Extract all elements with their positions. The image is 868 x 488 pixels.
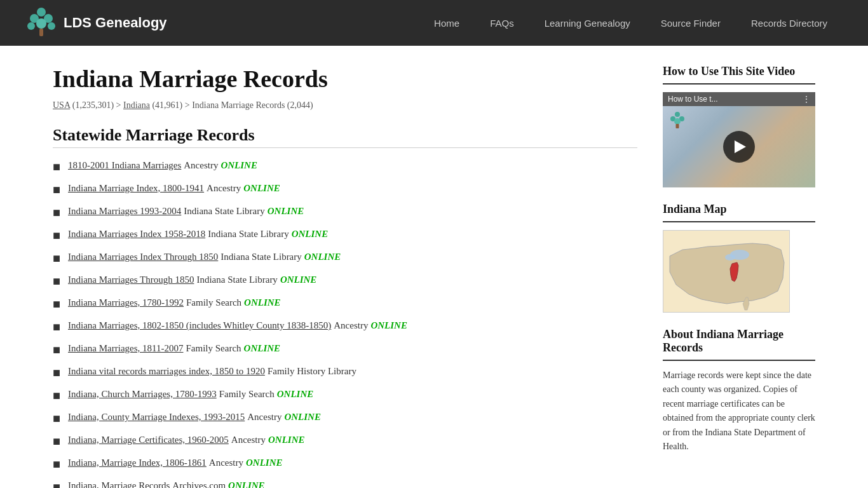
play-triangle-icon [735,140,746,153]
list-item: ■Indiana, Marriage Index, 1806-1861 Ance… [53,456,637,472]
record-link[interactable]: 1810-2001 Indiana Marriages [68,158,181,173]
record-source: Family Search [186,341,241,356]
list-bullet-icon: ■ [53,410,65,426]
list-bullet-icon: ■ [53,318,65,335]
nav-faqs[interactable]: FAQs [475,0,529,46]
record-source: Indiana State Library [184,204,264,219]
online-badge: ONLINE [228,478,265,488]
record-source: Indiana State Library [196,273,277,287]
list-bullet-icon: ■ [53,158,65,175]
list-item: ■Indiana Marriages Index Through 1850 In… [53,250,637,266]
svg-point-10 [674,118,681,125]
online-badge: ONLINE [280,273,317,287]
about-section-title: About Indiana Marriage Records [663,328,815,355]
online-badge: ONLINE [220,158,257,173]
section-title: Statewide Marriage Records [53,126,637,148]
record-link[interactable]: Indiana Marriages Index Through 1850 [68,250,218,264]
online-badge: ONLINE [284,410,321,424]
map-divider [663,221,815,222]
main-nav: Home FAQs Learning Genealogy Source Find… [419,0,843,46]
page-wrapper: Indiana Marriage Records USA (1,235,301)… [27,46,841,488]
about-section: Marriage records were kept since the dat… [663,369,815,454]
nav-records-directory[interactable]: Records Directory [736,0,843,46]
breadcrumb-usa-count: (1,235,301) [72,100,114,110]
online-badge: ONLINE [244,295,281,310]
record-link[interactable]: Indiana, Church Marriages, 1780-1993 [68,387,217,402]
record-link[interactable]: Indiana Marriages 1993-2004 [68,204,181,219]
logo-text: LDS Genealogy [64,15,167,31]
list-item: ■1810-2001 Indiana Marriages Ancestry ON… [53,158,637,175]
record-link[interactable]: Indiana Marriages, 1780-1992 [68,295,184,310]
list-bullet-icon: ■ [53,250,65,266]
breadcrumb-indiana[interactable]: Indiana [123,100,150,110]
list-item: ■Indiana Marriage Index, 1800-1941 Ances… [53,181,637,198]
record-source: Ancestry [247,410,281,424]
list-item: ■Indiana Marriages 1993-2004 Indiana Sta… [53,204,637,220]
online-badge: ONLINE [370,318,407,333]
video-bg [663,106,815,187]
record-link[interactable]: Indiana vital records marriages index, 1… [68,364,265,379]
list-item: ■Indiana, Marriage Records Archives.com … [53,478,637,488]
svg-point-3 [27,22,35,30]
map-section-title: Indiana Map [663,203,815,216]
record-link[interactable]: Indiana, Marriage Certificates, 1960-200… [68,433,229,447]
record-source: Indiana State Library [208,227,288,241]
breadcrumb-usa[interactable]: USA [53,100,70,110]
video-top-bar: How to Use t... ⋮ [663,92,815,106]
svg-point-5 [48,22,55,30]
list-bullet-icon: ■ [53,456,65,472]
list-bullet-icon: ■ [53,364,65,381]
site-header: LDS Genealogy Home FAQs Learning Genealo… [0,0,868,46]
record-source: Ancestry [231,433,266,447]
record-link[interactable]: Indiana Marriages Through 1850 [68,273,194,287]
sidebar: How to Use This Site Video How to Use t.… [663,65,815,488]
record-source: Family History Library [268,364,356,379]
svg-rect-6 [39,29,43,36]
about-divider [663,360,815,361]
records-list: ■1810-2001 Indiana Marriages Ancestry ON… [53,158,637,488]
record-link[interactable]: Indiana Marriage Index, 1800-1941 [68,181,204,196]
video-thumbnail[interactable]: How to Use t... ⋮ [663,92,815,187]
about-text: Marriage records were kept since the dat… [663,369,815,454]
video-title-label: How to Use t... [668,95,718,104]
nav-source-finder[interactable]: Source Finder [646,0,736,46]
svg-point-7 [675,112,680,117]
play-button[interactable] [723,131,755,163]
svg-point-4 [36,18,46,29]
online-badge: ONLINE [244,341,281,356]
record-link[interactable]: Indiana, County Marriage Indexes, 1993-2… [68,410,245,424]
breadcrumb-current: Indiana Marriage Records (2,044) [192,100,313,110]
map-section [663,230,815,313]
page-title: Indiana Marriage Records [53,65,637,93]
record-link[interactable]: Indiana Marriages, 1811-2007 [68,341,183,356]
list-bullet-icon: ■ [53,478,65,488]
svg-point-0 [37,8,46,17]
online-badge: ONLINE [292,227,329,241]
record-source: Family Search [186,295,241,310]
list-bullet-icon: ■ [53,181,65,198]
record-source: Ancestry [184,158,218,173]
record-link[interactable]: Indiana Marriages Index 1958-2018 [68,227,205,241]
online-badge: ONLINE [268,433,305,447]
online-badge: ONLINE [246,456,283,470]
nav-learning-genealogy[interactable]: Learning Genealogy [529,0,646,46]
record-link[interactable]: Indiana, Marriage Index, 1806-1861 [68,456,207,470]
list-bullet-icon: ■ [53,273,65,289]
video-inner: How to Use t... ⋮ [663,92,815,187]
online-badge: ONLINE [304,250,341,264]
record-source: Ancestry [209,456,243,470]
record-source: Family Search [219,387,275,402]
nav-home[interactable]: Home [419,0,475,46]
online-badge: ONLINE [243,181,280,196]
list-item: ■Indiana Marriages Index 1958-2018 India… [53,227,637,243]
indiana-map[interactable] [663,230,790,313]
list-item: ■Indiana, Marriage Certificates, 1960-20… [53,433,637,449]
list-bullet-icon: ■ [53,204,65,220]
record-link[interactable]: Indiana, Marriage Records [68,478,170,488]
record-link[interactable]: Indiana Marriages, 1802-1850 (includes W… [68,318,331,333]
svg-point-14 [725,254,735,261]
record-source: Ancestry [207,181,241,196]
list-bullet-icon: ■ [53,227,65,243]
video-dots-icon: ⋮ [803,95,810,104]
record-source: Indiana State Library [220,250,301,264]
